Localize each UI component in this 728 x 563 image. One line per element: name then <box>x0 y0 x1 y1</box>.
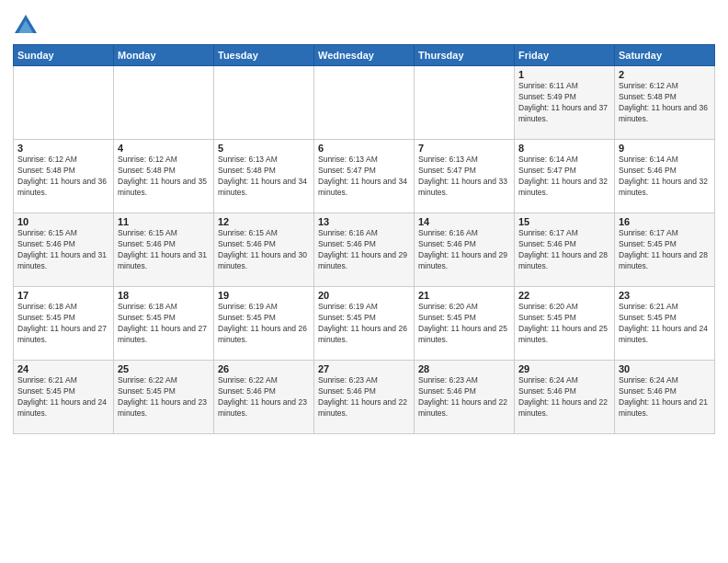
day-info: Sunrise: 6:20 AMSunset: 5:45 PMDaylight:… <box>518 302 610 346</box>
day-number: 30 <box>619 363 711 374</box>
week-row-1: 1Sunrise: 6:11 AMSunset: 5:49 PMDaylight… <box>14 66 715 140</box>
day-info: Sunrise: 6:24 AMSunset: 5:46 PMDaylight:… <box>518 375 610 419</box>
day-number: 28 <box>418 363 510 374</box>
day-info: Sunrise: 6:19 AMSunset: 5:45 PMDaylight:… <box>318 302 410 346</box>
day-info: Sunrise: 6:21 AMSunset: 5:45 PMDaylight:… <box>619 302 711 346</box>
day-number: 24 <box>17 363 109 374</box>
day-info: Sunrise: 6:14 AMSunset: 5:47 PMDaylight:… <box>518 155 610 199</box>
day-number: 21 <box>418 290 510 301</box>
day-cell <box>214 66 314 140</box>
day-info: Sunrise: 6:22 AMSunset: 5:46 PMDaylight:… <box>218 375 310 419</box>
header <box>13 9 715 39</box>
day-number: 12 <box>218 216 310 227</box>
day-number: 10 <box>17 216 109 227</box>
day-number: 14 <box>418 216 510 227</box>
day-number: 1 <box>518 69 610 80</box>
day-number: 3 <box>17 143 109 154</box>
day-info: Sunrise: 6:13 AMSunset: 5:47 PMDaylight:… <box>418 155 510 199</box>
weekday-header-wednesday: Wednesday <box>314 45 415 66</box>
day-cell: 1Sunrise: 6:11 AMSunset: 5:49 PMDaylight… <box>515 66 615 140</box>
day-info: Sunrise: 6:12 AMSunset: 5:48 PMDaylight:… <box>619 81 711 125</box>
day-number: 7 <box>418 143 510 154</box>
day-info: Sunrise: 6:15 AMSunset: 5:46 PMDaylight:… <box>218 228 310 272</box>
day-number: 9 <box>619 143 711 154</box>
day-number: 11 <box>118 216 210 227</box>
day-number: 17 <box>17 290 109 301</box>
day-cell: 15Sunrise: 6:17 AMSunset: 5:46 PMDayligh… <box>515 213 615 287</box>
day-cell: 14Sunrise: 6:16 AMSunset: 5:46 PMDayligh… <box>415 213 515 287</box>
day-cell: 3Sunrise: 6:12 AMSunset: 5:48 PMDaylight… <box>14 140 114 213</box>
day-number: 22 <box>518 290 610 301</box>
weekday-header-row: SundayMondayTuesdayWednesdayThursdayFrid… <box>14 45 715 66</box>
weekday-header-monday: Monday <box>114 45 214 66</box>
day-info: Sunrise: 6:13 AMSunset: 5:48 PMDaylight:… <box>218 155 310 199</box>
day-info: Sunrise: 6:19 AMSunset: 5:45 PMDaylight:… <box>218 302 310 346</box>
day-cell: 4Sunrise: 6:12 AMSunset: 5:48 PMDaylight… <box>114 140 214 213</box>
day-number: 27 <box>318 363 410 374</box>
week-row-3: 10Sunrise: 6:15 AMSunset: 5:46 PMDayligh… <box>14 213 715 287</box>
day-number: 6 <box>318 143 410 154</box>
day-info: Sunrise: 6:22 AMSunset: 5:45 PMDaylight:… <box>118 375 210 419</box>
day-info: Sunrise: 6:15 AMSunset: 5:46 PMDaylight:… <box>118 228 210 272</box>
day-cell: 20Sunrise: 6:19 AMSunset: 5:45 PMDayligh… <box>314 287 415 361</box>
day-number: 25 <box>118 363 210 374</box>
day-cell: 24Sunrise: 6:21 AMSunset: 5:45 PMDayligh… <box>14 361 114 434</box>
day-info: Sunrise: 6:16 AMSunset: 5:46 PMDaylight:… <box>318 228 410 272</box>
day-number: 15 <box>518 216 610 227</box>
day-cell: 9Sunrise: 6:14 AMSunset: 5:46 PMDaylight… <box>615 140 715 213</box>
day-cell: 16Sunrise: 6:17 AMSunset: 5:45 PMDayligh… <box>615 213 715 287</box>
day-cell: 6Sunrise: 6:13 AMSunset: 5:47 PMDaylight… <box>314 140 415 213</box>
weekday-header-saturday: Saturday <box>615 45 715 66</box>
day-cell: 11Sunrise: 6:15 AMSunset: 5:46 PMDayligh… <box>114 213 214 287</box>
day-number: 29 <box>518 363 610 374</box>
day-number: 19 <box>218 290 310 301</box>
day-cell: 28Sunrise: 6:23 AMSunset: 5:46 PMDayligh… <box>415 361 515 434</box>
day-cell: 25Sunrise: 6:22 AMSunset: 5:45 PMDayligh… <box>114 361 214 434</box>
day-info: Sunrise: 6:20 AMSunset: 5:45 PMDaylight:… <box>418 302 510 346</box>
weekday-header-thursday: Thursday <box>415 45 515 66</box>
day-cell: 22Sunrise: 6:20 AMSunset: 5:45 PMDayligh… <box>515 287 615 361</box>
weekday-header-sunday: Sunday <box>14 45 114 66</box>
day-info: Sunrise: 6:11 AMSunset: 5:49 PMDaylight:… <box>518 81 610 125</box>
day-info: Sunrise: 6:17 AMSunset: 5:46 PMDaylight:… <box>518 228 610 272</box>
day-cell: 13Sunrise: 6:16 AMSunset: 5:46 PMDayligh… <box>314 213 415 287</box>
day-number: 4 <box>118 143 210 154</box>
day-info: Sunrise: 6:21 AMSunset: 5:45 PMDaylight:… <box>17 375 109 419</box>
day-number: 16 <box>619 216 711 227</box>
day-info: Sunrise: 6:24 AMSunset: 5:46 PMDaylight:… <box>619 375 711 419</box>
week-row-4: 17Sunrise: 6:18 AMSunset: 5:45 PMDayligh… <box>14 287 715 361</box>
weekday-header-friday: Friday <box>515 45 615 66</box>
day-cell: 2Sunrise: 6:12 AMSunset: 5:48 PMDaylight… <box>615 66 715 140</box>
day-cell: 21Sunrise: 6:20 AMSunset: 5:45 PMDayligh… <box>415 287 515 361</box>
day-number: 18 <box>118 290 210 301</box>
day-cell: 30Sunrise: 6:24 AMSunset: 5:46 PMDayligh… <box>615 361 715 434</box>
day-cell: 7Sunrise: 6:13 AMSunset: 5:47 PMDaylight… <box>415 140 515 213</box>
day-cell: 26Sunrise: 6:22 AMSunset: 5:46 PMDayligh… <box>214 361 314 434</box>
day-info: Sunrise: 6:12 AMSunset: 5:48 PMDaylight:… <box>118 155 210 199</box>
day-cell: 29Sunrise: 6:24 AMSunset: 5:46 PMDayligh… <box>515 361 615 434</box>
logo-icon <box>13 13 39 39</box>
day-cell: 18Sunrise: 6:18 AMSunset: 5:45 PMDayligh… <box>114 287 214 361</box>
day-number: 26 <box>218 363 310 374</box>
day-number: 20 <box>318 290 410 301</box>
day-info: Sunrise: 6:17 AMSunset: 5:45 PMDaylight:… <box>619 228 711 272</box>
day-info: Sunrise: 6:23 AMSunset: 5:46 PMDaylight:… <box>418 375 510 419</box>
day-info: Sunrise: 6:18 AMSunset: 5:45 PMDaylight:… <box>118 302 210 346</box>
day-cell <box>314 66 415 140</box>
week-row-5: 24Sunrise: 6:21 AMSunset: 5:45 PMDayligh… <box>14 361 715 434</box>
day-cell <box>14 66 114 140</box>
day-cell: 12Sunrise: 6:15 AMSunset: 5:46 PMDayligh… <box>214 213 314 287</box>
page: SundayMondayTuesdayWednesdayThursdayFrid… <box>0 0 728 563</box>
day-cell: 23Sunrise: 6:21 AMSunset: 5:45 PMDayligh… <box>615 287 715 361</box>
day-info: Sunrise: 6:15 AMSunset: 5:46 PMDaylight:… <box>17 228 109 272</box>
day-cell <box>415 66 515 140</box>
day-info: Sunrise: 6:16 AMSunset: 5:46 PMDaylight:… <box>418 228 510 272</box>
day-number: 2 <box>619 69 711 80</box>
day-info: Sunrise: 6:12 AMSunset: 5:48 PMDaylight:… <box>17 155 109 199</box>
day-info: Sunrise: 6:18 AMSunset: 5:45 PMDaylight:… <box>17 302 109 346</box>
week-row-2: 3Sunrise: 6:12 AMSunset: 5:48 PMDaylight… <box>14 140 715 213</box>
weekday-header-tuesday: Tuesday <box>214 45 314 66</box>
day-cell: 5Sunrise: 6:13 AMSunset: 5:48 PMDaylight… <box>214 140 314 213</box>
calendar-table: SundayMondayTuesdayWednesdayThursdayFrid… <box>13 44 715 434</box>
day-cell: 8Sunrise: 6:14 AMSunset: 5:47 PMDaylight… <box>515 140 615 213</box>
